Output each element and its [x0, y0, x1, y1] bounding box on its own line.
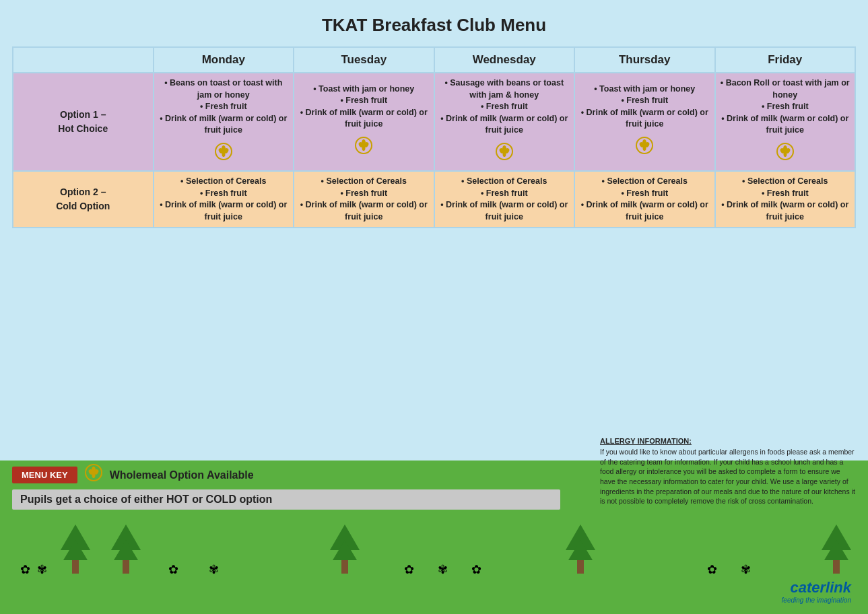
- thursday-hot-item1: Toast with jam or honey: [578, 83, 712, 96]
- flower-8: ✿: [707, 562, 717, 577]
- monday-hot-content: Beans on toast or toast with jam or hone…: [157, 77, 291, 166]
- friday-cold-cell: Selection of Cereals Fresh fruit Drink o…: [715, 171, 856, 228]
- wednesday-hot-item3: Drink of milk (warm or cold) or fruit ju…: [438, 113, 572, 137]
- col-thursday: Thursday: [574, 47, 715, 73]
- tuesday-hot-item3: Drink of milk (warm or cold) or fruit ju…: [297, 107, 431, 131]
- thursday-cold-item2: Fresh fruit: [578, 188, 712, 200]
- monday-cold-item1: Selection of Cereals: [157, 176, 291, 188]
- flower-3: ✿: [168, 562, 178, 577]
- wheat-icon-monday-hot: [157, 142, 291, 167]
- flower-5: ✿: [404, 562, 414, 577]
- wednesday-hot-content: Sausage with beans or toast with jam & h…: [438, 77, 572, 166]
- landscape: ✿ ✾ ✿ ✾ ✿ ✾ ✿ ✿ ✾ caterlink feeding the …: [0, 510, 868, 614]
- tree-top2-3: [333, 540, 357, 560]
- tree-3: [330, 524, 360, 574]
- wednesday-cold-item1: Selection of Cereals: [438, 176, 572, 188]
- caterlink-name: caterlink: [782, 579, 851, 596]
- tuesday-hot-item2: Fresh fruit: [297, 95, 431, 107]
- wednesday-hot-list: Sausage with beans or toast with jam & h…: [438, 77, 572, 137]
- tuesday-cold-content: Selection of Cereals Fresh fruit Drink o…: [297, 176, 431, 223]
- friday-cold-item1: Selection of Cereals: [719, 176, 853, 188]
- cold-label-line2: Cold Option: [56, 201, 110, 211]
- tree-trunk-5: [833, 560, 840, 574]
- page-title: TKAT Breakfast Club Menu: [12, 15, 856, 36]
- tree-4: [566, 524, 595, 574]
- thursday-cold-list: Selection of Cereals Fresh fruit Drink o…: [578, 176, 712, 223]
- cold-label-line1: Option 2 –: [60, 186, 106, 197]
- col-tuesday: Tuesday: [294, 47, 434, 73]
- wholemeal-text: Wholemeal Option Available: [110, 469, 254, 481]
- title-box: TKAT Breakfast Club Menu: [12, 8, 856, 42]
- tuesday-cold-cell: Selection of Cereals Fresh fruit Drink o…: [294, 171, 434, 228]
- monday-hot-item3: Drink of milk (warm or cold) or fruit ju…: [157, 113, 291, 137]
- hot-choice-row: Option 1 – Hot Choice Beans on toast or …: [13, 73, 855, 171]
- monday-hot-item1: Beans on toast or toast with jam or hone…: [157, 77, 291, 101]
- cold-label: Option 2 – Cold Option: [56, 186, 110, 211]
- hot-label-line2: Hot Choice: [58, 123, 108, 134]
- monday-cold-item3: Drink of milk (warm or cold) or fruit ju…: [157, 199, 291, 223]
- pupils-bar: Pupils get a choice of either HOT or COL…: [12, 489, 560, 510]
- friday-cold-item2: Fresh fruit: [719, 188, 853, 200]
- tuesday-hot-item1: Toast with jam or honey: [297, 83, 431, 96]
- main-content: TKAT Breakfast Club Menu Monday Tuesday …: [0, 0, 868, 228]
- flower-9: ✾: [741, 562, 751, 577]
- tuesday-hot-list: Toast with jam or honey Fresh fruit Drin…: [297, 83, 431, 131]
- tree-top2-2: [114, 540, 138, 560]
- monday-hot-item2: Fresh fruit: [157, 101, 291, 113]
- monday-cold-content: Selection of Cereals Fresh fruit Drink o…: [157, 176, 291, 223]
- wheat-icon-key: [84, 463, 103, 487]
- friday-hot-cell: Bacon Roll or toast with jam or honey Fr…: [715, 73, 856, 171]
- friday-hot-item2: Fresh fruit: [719, 101, 853, 113]
- menu-table: Monday Tuesday Wednesday Thursday Friday…: [12, 46, 856, 228]
- tuesday-hot-cell: Toast with jam or honey Fresh fruit Drin…: [294, 73, 434, 171]
- wheat-icon-wednesday-hot: [438, 142, 572, 167]
- friday-hot-content: Bacon Roll or toast with jam or honey Fr…: [719, 77, 853, 166]
- monday-hot-cell: Beans on toast or toast with jam or hone…: [154, 73, 294, 171]
- tree-trunk-1: [72, 560, 79, 574]
- wheat-icon-thursday-hot: [578, 136, 712, 161]
- col-friday: Friday: [715, 47, 856, 73]
- hot-label: Option 1 – Hot Choice: [58, 109, 108, 134]
- pupils-text: Pupils get a choice of either HOT or COL…: [20, 493, 272, 505]
- friday-hot-list: Bacon Roll or toast with jam or honey Fr…: [719, 77, 853, 137]
- wheat-icon-tuesday-hot: [297, 136, 431, 161]
- thursday-cold-cell: Selection of Cereals Fresh fruit Drink o…: [574, 171, 715, 228]
- wednesday-hot-item1: Sausage with beans or toast with jam & h…: [438, 77, 572, 101]
- thursday-cold-item3: Drink of milk (warm or cold) or fruit ju…: [578, 199, 712, 223]
- page-wrapper: TKAT Breakfast Club Menu Monday Tuesday …: [0, 0, 868, 614]
- header-row: Monday Tuesday Wednesday Thursday Friday: [13, 47, 855, 73]
- wednesday-hot-cell: Sausage with beans or toast with jam & h…: [434, 73, 575, 171]
- thursday-hot-item3: Drink of milk (warm or cold) or fruit ju…: [578, 107, 712, 131]
- wednesday-cold-list: Selection of Cereals Fresh fruit Drink o…: [438, 176, 572, 223]
- wednesday-cold-item2: Fresh fruit: [438, 188, 572, 200]
- tuesday-cold-item1: Selection of Cereals: [297, 176, 431, 188]
- cold-label-cell: Option 2 – Cold Option: [13, 171, 154, 228]
- tree-1: [61, 524, 90, 574]
- flower-4: ✾: [209, 562, 219, 577]
- thursday-hot-item2: Fresh fruit: [578, 95, 712, 107]
- monday-cold-cell: Selection of Cereals Fresh fruit Drink o…: [154, 171, 294, 228]
- tree-trunk-2: [123, 560, 129, 574]
- monday-cold-item2: Fresh fruit: [157, 188, 291, 200]
- tree-top2-1: [63, 540, 88, 560]
- tree-5: [822, 524, 851, 574]
- cold-option-row: Option 2 – Cold Option Selection of Cere…: [13, 171, 855, 228]
- wednesday-cold-content: Selection of Cereals Fresh fruit Drink o…: [438, 176, 572, 223]
- hot-label-line1: Option 1 –: [60, 109, 106, 120]
- tree-top2-4: [568, 540, 593, 560]
- tree-top2-5: [824, 540, 848, 560]
- hot-label-cell: Option 1 – Hot Choice: [13, 73, 154, 171]
- friday-hot-item3: Drink of milk (warm or cold) or fruit ju…: [719, 113, 853, 137]
- allergy-box: ALLERGY INFORMATION: If you would like t…: [600, 436, 856, 506]
- flower-2: ✾: [37, 562, 47, 577]
- caterlink-logo: caterlink feeding the imagination: [782, 579, 851, 604]
- flower-1: ✿: [20, 562, 30, 577]
- flower-7: ✿: [471, 562, 481, 577]
- monday-hot-list: Beans on toast or toast with jam or hone…: [157, 77, 291, 137]
- flower-6: ✾: [438, 562, 448, 577]
- tree-trunk-3: [341, 560, 348, 574]
- thursday-hot-content: Toast with jam or honey Fresh fruit Drin…: [578, 83, 712, 161]
- monday-cold-list: Selection of Cereals Fresh fruit Drink o…: [157, 176, 291, 223]
- friday-cold-list: Selection of Cereals Fresh fruit Drink o…: [719, 176, 853, 223]
- wednesday-hot-item2: Fresh fruit: [438, 101, 572, 113]
